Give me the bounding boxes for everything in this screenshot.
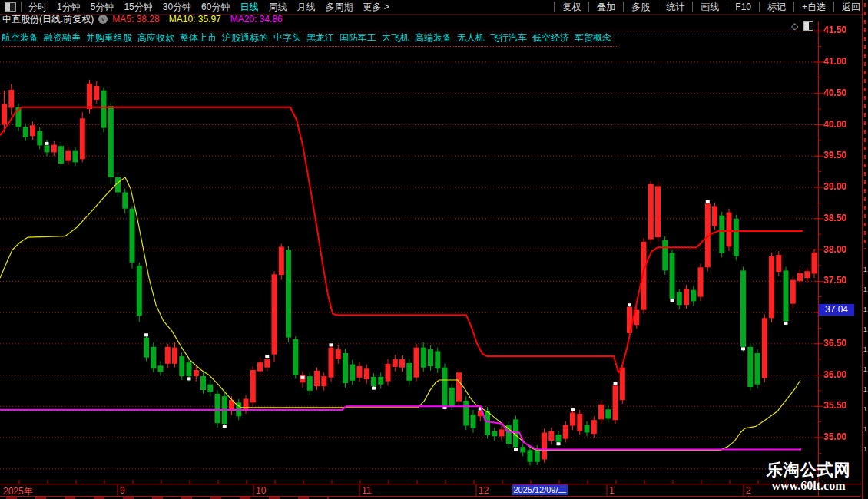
toolbar-button-复权[interactable]: 复权 [554, 2, 588, 12]
period-tab-15分钟[interactable]: 15分钟 [124, 1, 152, 14]
toolbar-button-画线[interactable]: 画线 [692, 2, 727, 12]
top-toolbar: 分时1分钟5分钟15分钟30分钟60分钟日线周线月线多周期更多 > 复权叠加多股… [0, 0, 868, 15]
concept-link[interactable]: 高应收款 [137, 32, 174, 43]
ma10-value: MA10: 35.97 [169, 14, 221, 25]
toolbar-button-+自选[interactable]: +自选 [793, 2, 833, 12]
price-axis-label: 40.00 [823, 119, 859, 130]
time-axis-month-label: 2 [746, 485, 751, 496]
sidebar-strip-digits: 1111111111 [863, 259, 868, 459]
chart-area[interactable] [0, 21, 818, 484]
concept-link[interactable]: 并购重组股 [86, 32, 132, 43]
price-axis-label: 39.00 [823, 181, 859, 192]
chevron-down-icon[interactable]: ∨ [98, 15, 108, 24]
watermark-site-name: 乐淘公式网 [757, 461, 860, 479]
period-tab-1分钟[interactable]: 1分钟 [57, 1, 81, 14]
concept-link[interactable]: 整体上市 [180, 32, 217, 43]
period-tab-更多 >[interactable]: 更多 > [363, 1, 389, 14]
concept-link[interactable]: 航空装备 [2, 32, 38, 43]
concept-link[interactable]: 中字头 [273, 32, 301, 43]
window-panel-icon[interactable] [5, 2, 16, 12]
period-menu: 分时1分钟5分钟15分钟30分钟60分钟日线周线月线多周期更多 > [28, 1, 399, 14]
toolbar-button-统计[interactable]: 统计 [658, 2, 692, 12]
concept-link[interactable]: 国防军工 [340, 32, 376, 43]
price-axis-label: 36.50 [823, 338, 859, 349]
concept-link[interactable]: 高端装备 [415, 32, 452, 43]
price-axis-label: 38.00 [823, 244, 859, 255]
time-axis-month-label: 11 [362, 485, 371, 496]
price-axis-label: 40.50 [823, 88, 859, 98]
price-axis-label: 36.00 [823, 369, 859, 380]
price-axis-label: 41.00 [823, 56, 859, 67]
price-axis-label: 41.50 [823, 25, 859, 35]
concept-link[interactable]: 军贸概念 [575, 32, 611, 43]
period-tab-日线[interactable]: 日线 [240, 1, 258, 14]
toolbar-button-标记[interactable]: 标记 [759, 2, 793, 12]
time-axis-month-label: 1 [609, 485, 615, 496]
price-axis-label: 39.50 [823, 150, 859, 160]
toolbar-button-叠加[interactable]: 叠加 [588, 2, 623, 12]
toolbar-button-多股[interactable]: 多股 [623, 2, 658, 12]
app-window: 分时1分钟5分钟15分钟30分钟60分钟日线周线月线多周期更多 > 复权叠加多股… [0, 0, 868, 499]
toolbar-button-F10[interactable]: F10 [727, 2, 759, 12]
ma20-value: MA20: 34.86 [230, 14, 283, 25]
period-tab-60分钟[interactable]: 60分钟 [201, 1, 230, 14]
toolbar-divider [21, 2, 22, 12]
price-axis-label: 37.50 [823, 275, 859, 286]
title-row: 中直股份(日线.前复权) ∨ MA5: 38.28 MA10: 35.97 MA… [2, 14, 292, 25]
time-axis-month-label: 10 [256, 485, 266, 496]
concept-link[interactable]: 黑龙江 [306, 32, 334, 43]
toolbar-right-buttons: 复权叠加多股统计画线F10标记+自选返回 [554, 0, 868, 14]
period-tab-30分钟[interactable]: 30分钟 [163, 1, 191, 14]
period-tab-分时[interactable]: 分时 [28, 1, 47, 14]
current-price-badge: 37.04 [819, 304, 854, 316]
split-window-icon[interactable] [803, 21, 813, 31]
selected-date-box: 2025/12/09/二 [512, 484, 568, 495]
concept-links: 航空装备融资融券并购重组股高应收款整体上市沪股通标的中字头黑龙江国防军工大飞机高… [2, 30, 617, 47]
period-tab-5分钟[interactable]: 5分钟 [91, 1, 114, 14]
concept-link[interactable]: 融资融券 [44, 32, 81, 43]
diamond-icon[interactable]: ◇ [791, 21, 798, 31]
price-axis-label: 35.00 [823, 431, 859, 442]
price-axis-label: 35.50 [823, 400, 859, 411]
concept-link[interactable]: 无人机 [457, 32, 485, 43]
period-tab-周线[interactable]: 周线 [268, 1, 287, 14]
sidebar-strip-marks [864, 3, 866, 249]
time-axis-month-label: 12 [479, 485, 489, 496]
concept-link[interactable]: 大飞机 [382, 32, 409, 43]
chart-mini-toolbar: ◇ [791, 21, 813, 31]
price-axis-label: 38.50 [823, 213, 859, 223]
period-tab-月线[interactable]: 月线 [297, 1, 315, 14]
concept-link[interactable]: 沪股通标的 [222, 32, 268, 43]
concept-link[interactable]: 低空经济 [532, 32, 569, 43]
watermark: 乐淘公式网 www.60lt.com [757, 461, 860, 493]
stock-title: 中直股份(日线.前复权) [2, 13, 94, 26]
concept-link[interactable]: 飞行汽车 [490, 32, 527, 43]
ma5-value: MA5: 38.28 [112, 14, 159, 25]
watermark-url: www.60lt.com [757, 479, 860, 493]
time-axis-month-label: 9 [120, 485, 125, 496]
period-tab-多周期[interactable]: 多周期 [325, 1, 353, 14]
right-sidebar-strip[interactable]: 1111111111 [862, 0, 868, 499]
